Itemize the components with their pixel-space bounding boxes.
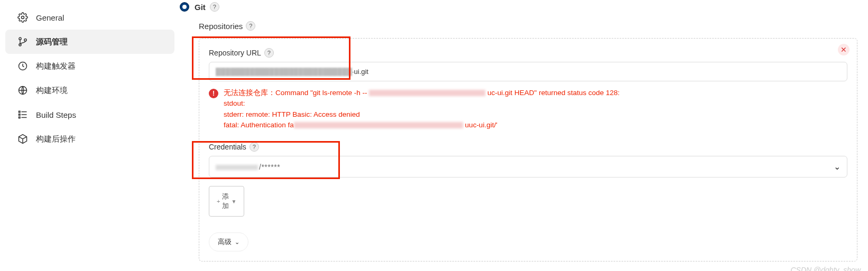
help-icon[interactable]: ? (250, 142, 259, 152)
svg-rect-6 (19, 111, 21, 113)
watermark: CSDN @dghty_show (791, 266, 861, 271)
chevron-down-icon: ⌄ (834, 162, 841, 172)
sidebar-item-label: 构建触发器 (36, 61, 76, 71)
advanced-button[interactable]: 高级 ⌄ (209, 232, 248, 251)
sidebar-item-postbuild[interactable]: 构建后操作 (5, 127, 174, 151)
sidebar-item-label: Build Steps (36, 110, 76, 119)
caret-down-icon: ▼ (231, 199, 236, 204)
globe-icon (17, 85, 29, 96)
main-content: Git ? Repositories ? ✕ Repository URL ? … (180, 0, 868, 271)
svg-point-1 (19, 38, 21, 40)
svg-point-3 (24, 39, 26, 41)
scm-git-radio[interactable]: Git ? (180, 2, 857, 12)
add-label: 添 加 (222, 192, 229, 211)
scm-git-label: Git (195, 3, 206, 12)
close-icon[interactable]: ✕ (838, 44, 849, 55)
svg-rect-8 (19, 117, 21, 118)
sidebar-item-label: 构建后操作 (36, 134, 76, 144)
sidebar-item-label: General (36, 13, 64, 22)
repo-url-label: Repository URL (209, 49, 261, 57)
sidebar-item-scm[interactable]: 源码管理 (5, 30, 174, 54)
help-icon[interactable]: ? (246, 21, 255, 31)
repo-url-suffix: ·ui.git (352, 68, 368, 76)
sidebar-item-general[interactable]: General (5, 5, 174, 30)
plus-icon: + (217, 198, 220, 204)
repositories-header: Repositories ? (199, 21, 857, 31)
add-credentials-button[interactable]: + 添 加 ▼ (209, 186, 244, 217)
repo-url-input[interactable]: ████████████████████████████·ui.git (209, 62, 847, 81)
sidebar-item-label: 源码管理 (36, 37, 68, 47)
svg-point-0 (22, 16, 24, 19)
error-text: 无法连接仓库：Command "git ls-remote -h -- uc-u… (224, 88, 620, 130)
sidebar-item-triggers[interactable]: 构建触发器 (5, 54, 174, 78)
repository-block: ✕ Repository URL ? █████████████████████… (199, 38, 857, 261)
svg-rect-7 (19, 114, 21, 116)
branch-icon (17, 36, 29, 48)
package-icon (17, 133, 29, 145)
chevron-down-icon: ⌄ (235, 239, 239, 246)
clock-icon (17, 60, 29, 72)
sidebar-item-env[interactable]: 构建环境 (5, 78, 174, 102)
error-block: ! 无法连接仓库：Command "git ls-remote -h -- uc… (209, 88, 847, 130)
help-icon[interactable]: ? (264, 48, 274, 58)
gear-icon (17, 12, 29, 23)
advanced-label: 高级 (218, 237, 232, 247)
credentials-label: Credentials (209, 143, 246, 151)
credentials-select[interactable]: /****** ⌄ (209, 156, 847, 177)
sidebar-item-label: 构建环境 (36, 86, 68, 96)
repo-url-label-row: Repository URL ? (209, 48, 847, 58)
list-icon (17, 109, 29, 120)
repositories-label: Repositories (199, 22, 243, 31)
sidebar-item-steps[interactable]: Build Steps (5, 102, 174, 127)
credentials-value: /****** (259, 163, 280, 171)
help-icon[interactable]: ? (210, 2, 219, 12)
error-icon: ! (209, 89, 218, 98)
credentials-label-row: Credentials ? (209, 142, 847, 152)
sidebar: General 源码管理 构建触发器 构建环境 Build Steps (0, 0, 180, 271)
radio-selected-icon (180, 2, 189, 12)
